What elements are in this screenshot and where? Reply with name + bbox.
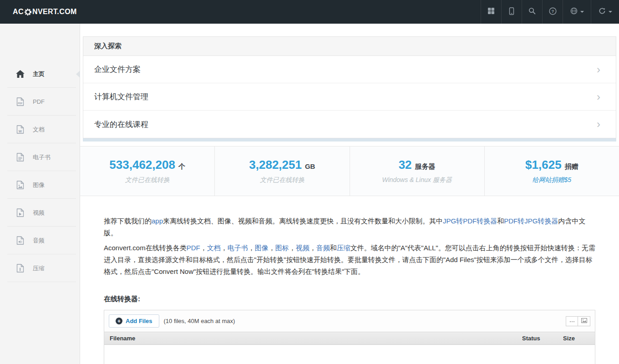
sidebar-item-home[interactable]: 主页	[0, 60, 80, 88]
inline-link[interactable]: PDF转JPG转换器	[504, 217, 558, 225]
main-content: 深入探索 企业文件方案 › 计算机文件管理 › 专业的在线课程 › 533,46…	[80, 24, 619, 364]
apps-button[interactable]	[481, 0, 501, 24]
home-icon	[15, 70, 25, 78]
explore-item-label: 计算机文件管理	[94, 91, 148, 102]
file-table-body	[104, 345, 595, 364]
upload-source-buttons	[566, 316, 590, 326]
column-header-status: Status	[522, 335, 563, 342]
inline-link[interactable]: 音频	[316, 244, 330, 252]
brand-text-suffix: NVERT.COM	[32, 8, 77, 16]
text-segment: 来离线转换文档、图像、视频和音频。离线转换速度更快，且没有文件数量和大小限制。其…	[163, 217, 443, 225]
word-file-icon: W	[15, 125, 25, 134]
sidebar-item-document[interactable]: W 文档	[0, 116, 80, 143]
upload-panel: + Add Files (10 files, 40M each at max)	[104, 310, 595, 364]
chevron-right-icon: ›	[597, 64, 600, 75]
top-navbar: AC NVERT.COM	[0, 0, 619, 24]
add-files-button[interactable]: + Add Files	[109, 314, 159, 328]
explore-panel-title: 深入探索	[83, 37, 616, 56]
text-segment: ，	[289, 244, 296, 252]
pdf-file-icon: PDF	[15, 97, 25, 106]
text-segment: ，	[221, 244, 228, 252]
apps-icon	[487, 7, 495, 16]
brand-logo[interactable]: AC NVERT.COM	[0, 0, 77, 24]
inline-link[interactable]: 图标	[275, 244, 289, 252]
inline-link[interactable]: 文档	[207, 244, 221, 252]
inline-link[interactable]: 图像	[255, 244, 269, 252]
search-button[interactable]	[522, 0, 542, 24]
explore-panel: 深入探索 企业文件方案 › 计算机文件管理 › 专业的在线课程 ›	[83, 36, 616, 138]
inline-link[interactable]: PDF	[187, 244, 200, 252]
stat-unit: 服务器	[415, 162, 436, 171]
ebook-file-icon	[15, 153, 25, 162]
sidebar-item-video[interactable]: 视频	[0, 199, 80, 227]
svg-text:PDF: PDF	[18, 102, 22, 105]
sidebar-item-label: 电子书	[33, 153, 51, 162]
navbar-actions: ?	[481, 0, 619, 24]
explore-item-label: 专业的在线课程	[94, 119, 148, 130]
text-segment: 推荐下载我们的	[104, 217, 152, 225]
online-converter-heading: 在线转换器:	[104, 295, 595, 303]
sidebar-item-image[interactable]: 图像	[0, 171, 80, 199]
intro-text: 推荐下载我们的app来离线转换文档、图像、视频和音频。离线转换速度更快，且没有文…	[80, 196, 619, 278]
stat-value: 533,462,208	[109, 158, 175, 172]
sidebar-item-label: 文档	[33, 126, 45, 134]
stat-donation: $1,625 捐赠 给网站捐赠$5	[485, 147, 619, 196]
sidebar-item-label: 视频	[33, 209, 45, 217]
inline-link[interactable]: JPG转PDF转换器	[443, 217, 497, 225]
text-segment: ，	[248, 244, 255, 252]
stat-servers: 32 服务器 Windows & Linux 服务器	[350, 147, 485, 196]
sidebar-item-pdf[interactable]: PDF PDF	[0, 88, 80, 116]
chevron-right-icon: ›	[597, 91, 600, 102]
sidebar-item-label: PDF	[33, 98, 45, 105]
stat-unit: GB	[305, 162, 315, 170]
stat-caption: Windows & Linux 服务器	[382, 176, 452, 184]
sidebar-item-audio[interactable]: 音频	[0, 227, 80, 254]
inline-link[interactable]: app	[152, 217, 163, 225]
mobile-button[interactable]	[501, 0, 522, 24]
explore-item-online-courses[interactable]: 专业的在线课程 ›	[83, 111, 616, 138]
refresh-dropdown[interactable]	[591, 0, 619, 24]
language-icon	[570, 7, 578, 16]
chevron-right-icon: ›	[597, 119, 600, 130]
image-file-icon	[15, 181, 25, 189]
stat-unit: 个	[178, 162, 185, 171]
inline-link[interactable]: 电子书	[228, 244, 248, 252]
url-source-button[interactable]	[566, 316, 578, 326]
inline-link[interactable]: 压缩	[337, 244, 350, 252]
sidebar-item-label: 音频	[33, 237, 45, 245]
explore-item-label: 企业文件方案	[94, 64, 141, 75]
stat-value: $1,625	[525, 158, 562, 172]
sidebar: 主页 PDF PDF W 文档	[0, 24, 80, 364]
stat-files-converted-count: 533,462,208 个 文件已在线转换	[80, 147, 215, 196]
text-segment: ，	[310, 244, 316, 252]
inline-link[interactable]: 视频	[296, 244, 310, 252]
video-file-icon	[15, 208, 25, 217]
file-table-header: Filename Status Size	[104, 332, 595, 345]
active-item-arrow-icon	[76, 71, 80, 78]
image-icon	[581, 318, 587, 324]
text-segment: 和	[497, 217, 504, 225]
audio-file-icon	[15, 236, 25, 245]
language-dropdown[interactable]	[563, 0, 591, 24]
explore-item-enterprise[interactable]: 企业文件方案 ›	[83, 56, 616, 83]
archive-file-icon	[15, 264, 25, 273]
help-icon: ?	[549, 7, 557, 17]
mobile-icon	[508, 7, 515, 17]
donate-link[interactable]: 给网站捐赠$5	[533, 176, 572, 184]
stat-value: 3,282,251	[249, 158, 302, 172]
svg-text:W: W	[18, 129, 22, 133]
text-segment: Aconvert.com在线转换各类	[104, 244, 187, 252]
stats-band: 533,462,208 个 文件已在线转换 3,282,251 GB 文件已在线…	[80, 146, 619, 196]
upload-toolbar: + Add Files (10 files, 40M each at max)	[104, 310, 595, 332]
explore-item-file-management[interactable]: 计算机文件管理 ›	[83, 83, 616, 111]
sidebar-item-ebook[interactable]: 电子书	[0, 143, 80, 171]
file-limit-note: (10 files, 40M each at max)	[164, 318, 235, 324]
sidebar-item-archive[interactable]: 压缩	[0, 254, 80, 282]
image-source-button[interactable]	[578, 316, 590, 326]
brand-text-prefix: AC	[13, 8, 24, 16]
stat-value: 32	[399, 158, 412, 172]
gear-icon	[24, 8, 32, 16]
text-segment: 和	[330, 244, 337, 252]
help-button[interactable]: ?	[542, 0, 563, 24]
ellipsis-icon	[569, 318, 575, 324]
